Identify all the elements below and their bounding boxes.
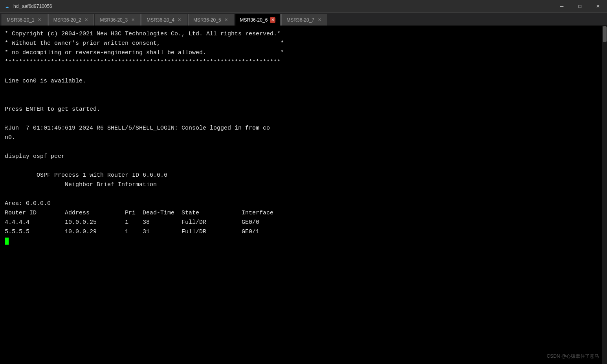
- tab-close-4[interactable]: ✕: [177, 17, 182, 23]
- tab-msr36-20-1[interactable]: MSR36-20_1 ✕: [2, 14, 48, 26]
- minimize-button[interactable]: ─: [553, 0, 571, 13]
- scrollbar-thumb[interactable]: [603, 26, 607, 42]
- scrollbar[interactable]: [602, 26, 607, 364]
- app-icon: ☁: [3, 2, 11, 10]
- tab-close-3[interactable]: ✕: [130, 17, 136, 23]
- tab-label: MSR36-20_1: [7, 17, 35, 23]
- tab-label: MSR36-20_5: [193, 17, 221, 23]
- tab-msr36-20-7[interactable]: MSR36-20_7 ✕: [281, 14, 327, 26]
- tab-msr36-20-4[interactable]: MSR36-20_4 ✕: [141, 14, 187, 26]
- tab-label: MSR36-20_4: [147, 17, 174, 23]
- tab-label: MSR36-20_3: [100, 17, 128, 23]
- tab-close-2[interactable]: ✕: [83, 17, 89, 23]
- watermark: CSDN @心猿牵住了意马: [546, 353, 599, 360]
- window-title: hcl_aaf6d9710056: [13, 4, 52, 9]
- tab-close-7[interactable]: ✕: [317, 17, 322, 23]
- tab-label: MSR36-20_7: [286, 17, 314, 23]
- cloud-icon: ☁: [6, 3, 9, 9]
- title-bar: ☁ hcl_aaf6d9710056 ─ □ ✕: [0, 0, 607, 13]
- window-controls: ─ □ ✕: [553, 0, 607, 13]
- terminal-cursor: [5, 238, 9, 245]
- tab-label: MSR36-20_6: [240, 17, 268, 23]
- terminal-area[interactable]: * Copyright (c) 2004-2021 New H3C Techno…: [0, 26, 607, 364]
- close-button[interactable]: ✕: [589, 0, 607, 13]
- tab-close-1[interactable]: ✕: [37, 17, 42, 23]
- tab-label: MSR36-20_2: [53, 17, 81, 23]
- tab-msr36-20-3[interactable]: MSR36-20_3 ✕: [95, 14, 141, 26]
- tab-msr36-20-2[interactable]: MSR36-20_2 ✕: [48, 14, 94, 26]
- tabs-bar: MSR36-20_1 ✕ MSR36-20_2 ✕ MSR36-20_3 ✕ M…: [0, 13, 607, 26]
- restore-button[interactable]: □: [571, 0, 589, 13]
- tab-close-6[interactable]: ✕: [270, 17, 275, 23]
- tab-close-5[interactable]: ✕: [224, 17, 229, 23]
- tab-msr36-20-6[interactable]: MSR36-20_6 ✕: [235, 14, 281, 26]
- terminal-content: * Copyright (c) 2004-2021 New H3C Techno…: [5, 29, 602, 246]
- tab-msr36-20-5[interactable]: MSR36-20_5 ✕: [188, 14, 234, 26]
